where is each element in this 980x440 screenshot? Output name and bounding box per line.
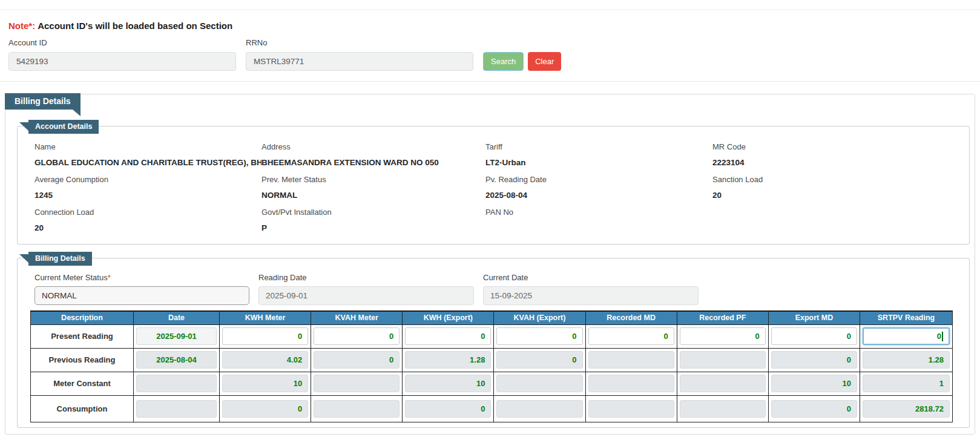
cell-value: 0 <box>389 355 393 364</box>
table-cell <box>585 395 677 422</box>
table-row: Previous Reading2025-08-044.0201.28001.2… <box>31 348 953 372</box>
cell-input: 0 <box>771 400 857 418</box>
cell-input: 2818.72 <box>863 400 950 418</box>
table-cell: 1.28 <box>860 348 953 372</box>
table-cell: 0 <box>220 324 311 348</box>
text-cursor <box>942 332 943 341</box>
account-field-value: 20 <box>712 190 969 200</box>
clear-button[interactable]: Clear <box>528 52 561 71</box>
account-field-value: P <box>261 223 485 233</box>
cell-input: 10 <box>771 375 857 392</box>
table-cell: 0 <box>311 348 403 372</box>
account-field-value: NORMAL <box>261 190 485 200</box>
note: Note*:Account ID's will be loaded based … <box>8 21 972 31</box>
search-form: Account ID RRNo Search Clear <box>8 38 972 71</box>
tab-account-details: Account Details <box>28 120 99 134</box>
note-prefix: Note*: <box>8 21 35 31</box>
column-header: KWH Meter <box>220 311 311 324</box>
srtpv-reading-input[interactable]: 0 <box>863 327 950 345</box>
account-field-label: Govt/Pvt Installation <box>261 208 485 217</box>
table-cell: 0 <box>220 395 311 422</box>
cell-input <box>314 400 400 418</box>
table-cell <box>585 372 677 395</box>
top-bar <box>0 0 980 10</box>
account-id-label: Account ID <box>8 38 236 47</box>
table-cell: 0 <box>585 324 677 348</box>
cell-input[interactable]: 0 <box>771 327 857 345</box>
account-field-label: Average Conumption <box>35 175 261 185</box>
reading-date-field: Reading Date <box>258 273 474 305</box>
divider <box>0 81 980 82</box>
search-area: Note*:Account ID's will be loaded based … <box>0 21 980 71</box>
table-cell <box>134 372 220 395</box>
account-id-input[interactable] <box>8 52 236 71</box>
account-field-value: GLOBAL EDUCATION AND CHARITABLE TRUST(RE… <box>35 157 261 168</box>
rrno-input[interactable] <box>246 52 473 71</box>
table-cell: 0 <box>768 395 860 422</box>
account-field-label: PAN No <box>485 208 712 217</box>
billing-section: Billing Details Account Details NameGLOB… <box>5 94 975 435</box>
cell-input: 10 <box>405 375 491 392</box>
rrno-label: RRNo <box>246 38 473 47</box>
cell-value: 0 <box>572 355 576 364</box>
table-cell: 1 <box>860 372 953 395</box>
cell-value: 0 <box>481 404 485 413</box>
account-field-value: 2223104 <box>712 157 969 168</box>
account-field-label: Name <box>35 142 261 152</box>
account-field-label: Address <box>261 142 485 152</box>
cell-input[interactable]: 0 <box>496 327 582 345</box>
cell-input: 0 <box>314 351 400 369</box>
current-meter-status-select[interactable] <box>35 286 249 305</box>
table-cell: 0 <box>860 324 953 348</box>
column-header: Recorded PF <box>677 311 768 324</box>
account-details-panel: Account Details NameGLOBAL EDUCATION AND… <box>17 126 970 245</box>
account-field: MR Code2223104 <box>712 142 969 168</box>
table-cell: 2025-08-04 <box>134 348 220 372</box>
table-cell: 2818.72 <box>860 395 953 422</box>
cell-value: 0 <box>298 332 302 341</box>
cell-input: 0 <box>496 351 582 369</box>
table-cell: 0 <box>677 324 768 348</box>
cell-value: 1.28 <box>929 355 944 364</box>
tab-billing-details-inner: Billing Details <box>28 252 92 266</box>
cell-input[interactable]: 0 <box>314 327 400 345</box>
cell-input[interactable]: 0 <box>588 327 674 345</box>
table-row: Meter Constant1010101 <box>31 372 953 395</box>
column-header: KVAH (Export) <box>494 311 585 324</box>
table-cell: 0 <box>311 324 403 348</box>
cell-input: 1.28 <box>863 351 950 369</box>
account-field-value: LT2-Urban <box>485 157 712 168</box>
cell-input: 0 <box>771 351 857 369</box>
table-cell: 10 <box>768 372 860 395</box>
row-description: Present Reading <box>31 324 134 348</box>
cell-input <box>136 400 217 418</box>
search-button[interactable]: Search <box>483 52 524 71</box>
table-cell: 0 <box>768 324 860 348</box>
table-row: Present Reading2025-09-0100000000 <box>31 324 953 348</box>
cell-value: 4.02 <box>287 355 302 364</box>
cell-value: 0 <box>663 332 668 341</box>
account-field-value: 20 <box>35 223 261 233</box>
account-field-label: MR Code <box>712 142 969 152</box>
cell-input[interactable]: 0 <box>405 327 491 345</box>
table-cell <box>311 372 403 395</box>
cell-input[interactable]: 0 <box>222 327 308 345</box>
cell-input[interactable]: 0 <box>680 327 766 345</box>
cell-input <box>136 375 217 392</box>
account-field: Pv. Reading Date2025-08-04 <box>485 175 712 200</box>
cell-value: 0 <box>937 332 941 341</box>
account-field: Prev. Meter StatusNORMAL <box>261 175 485 200</box>
row-description: Meter Constant <box>31 372 134 395</box>
cell-input: 2025-09-01 <box>136 327 217 345</box>
cell-input: 0 <box>405 400 491 418</box>
billing-section-box: Billing Details Account Details NameGLOB… <box>5 94 975 435</box>
current-date-input <box>483 286 699 305</box>
column-header: SRTPV Reading <box>860 311 953 324</box>
cell-input <box>680 351 766 369</box>
table-cell <box>677 372 768 395</box>
account-field-value: BHEEMASANDRA EXTENSION WARD NO 050 <box>261 157 485 168</box>
column-header: Recorded MD <box>585 311 677 324</box>
rrno-field: RRNo <box>246 38 473 71</box>
cell-input <box>680 400 766 418</box>
cell-value: 0 <box>389 332 393 341</box>
